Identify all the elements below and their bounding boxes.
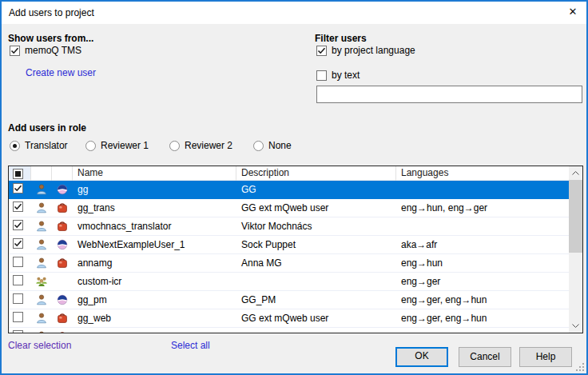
vertical-scrollbar[interactable] (569, 166, 582, 333)
users-table: Name Description Languages gg GG (8, 166, 583, 333)
row-checkbox-cell (9, 238, 31, 251)
globe-icon (56, 238, 69, 251)
briefcase-icon (56, 330, 69, 333)
role-option-none[interactable]: None (253, 140, 292, 151)
user-icon (35, 293, 48, 306)
role-option-reviewer1[interactable]: Reviewer 1 (85, 140, 149, 151)
by-text-label: by text (332, 70, 360, 81)
scrollbar-thumb[interactable] (569, 180, 582, 253)
close-icon[interactable]: ✕ (559, 2, 586, 24)
row-checkbox-cell (9, 330, 31, 333)
add-users-dialog: Add users to project ✕ Show users from..… (0, 0, 588, 375)
scroll-down-icon[interactable] (569, 319, 582, 333)
row-checkbox[interactable] (13, 330, 23, 333)
user-name: gg_pm (73, 294, 236, 305)
row-user-icon-cell (31, 257, 52, 269)
row-user-icon-cell (31, 238, 52, 251)
table-row[interactable]: WebNextExampleUser_1 Sock Puppet aka→afr (9, 236, 569, 254)
select-all-header-cell[interactable] (9, 166, 31, 181)
reviewer1-radio[interactable] (85, 141, 96, 151)
row-user-icon-cell (31, 275, 52, 288)
row-icon2 (56, 275, 69, 288)
user-name: gg_trans (73, 202, 236, 213)
languages-column-header[interactable]: Languages (396, 166, 569, 181)
by-text-checkbox[interactable] (316, 70, 327, 81)
row-user-icon-cell (31, 183, 52, 196)
by-project-language-checkbox[interactable] (316, 46, 327, 56)
show-users-from-label: Show users from... (8, 33, 93, 44)
table-row[interactable]: gg_web GG ext mQweb user eng→ger, eng→hu… (9, 309, 569, 328)
cancel-button[interactable]: Cancel (459, 347, 511, 367)
clear-selection-link[interactable]: Clear selection (8, 340, 71, 351)
resize-grip-icon[interactable] (576, 363, 585, 372)
table-row[interactable]: gg_trans GG ext mQweb user eng→hun, eng→… (9, 199, 569, 217)
row-type-icon-cell (52, 275, 73, 288)
user-name: gg_web (73, 313, 236, 324)
row-checkbox[interactable] (13, 183, 23, 193)
create-new-user-link[interactable]: Create new user (26, 67, 96, 78)
by-text-checkbox-row[interactable]: by text (316, 70, 360, 81)
briefcase-icon (56, 201, 69, 214)
user-icon (35, 330, 48, 333)
user-name: gg (73, 184, 236, 195)
user-name: WebNextExampleUser_1 (73, 239, 236, 250)
row-checkbox[interactable] (13, 275, 23, 285)
table-row[interactable]: ggarai GG_admin eng→ger, eng→hun, eng→sp… (9, 328, 569, 333)
memoq-tms-checkbox[interactable] (10, 46, 20, 56)
user-languages: eng→hun, eng→ger (396, 202, 569, 213)
globe-icon (56, 183, 69, 196)
by-project-language-label: by project language (332, 45, 415, 56)
row-checkbox-cell (9, 293, 31, 306)
user-languages: eng→ger, eng→hun (396, 313, 569, 324)
help-button[interactable]: Help (519, 347, 572, 367)
row-checkbox[interactable] (13, 201, 23, 212)
name-column-header[interactable]: Name (73, 166, 236, 181)
row-checkbox[interactable] (13, 220, 23, 230)
user-description: Viktor Mochnács (236, 221, 396, 232)
row-checkbox[interactable] (13, 238, 23, 249)
user-icon (35, 201, 48, 214)
table-row[interactable]: gg GG (9, 181, 569, 199)
row-checkbox-cell (9, 201, 31, 214)
select-all-link[interactable]: Select all (171, 340, 210, 351)
table-row[interactable]: annamg Anna MG eng→hun (9, 254, 569, 273)
user-icon-column-header[interactable] (31, 166, 52, 181)
user-name: ggarai (73, 331, 236, 333)
table-row[interactable]: gg_pm GG_PM eng→ger, eng→hun (9, 291, 569, 309)
reviewer2-radio[interactable] (169, 141, 180, 151)
translator-radio[interactable] (10, 141, 20, 151)
row-user-icon-cell (31, 312, 52, 325)
by-project-language-checkbox-row[interactable]: by project language (316, 45, 415, 56)
briefcase-icon (56, 312, 69, 325)
users-group-icon (35, 275, 48, 288)
memoq-tms-label: memoQ TMS (25, 45, 81, 56)
row-type-icon-cell (52, 330, 73, 333)
dialog-title: Add users to project (9, 7, 94, 18)
filter-text-input[interactable] (316, 86, 582, 103)
user-icon (35, 220, 48, 233)
briefcase-icon (56, 257, 69, 269)
briefcase-icon (56, 220, 69, 233)
ok-button[interactable]: OK (395, 347, 448, 367)
type-icon-column-header[interactable] (52, 166, 73, 181)
description-column-header[interactable]: Description (236, 166, 396, 181)
none-radio[interactable] (253, 141, 264, 151)
user-description: Anna MG (236, 257, 396, 269)
row-type-icon-cell (52, 220, 73, 233)
role-option-translator[interactable]: Translator (10, 140, 68, 151)
select-all-checkbox[interactable] (13, 169, 23, 179)
row-user-icon-cell (31, 293, 52, 306)
table-row[interactable]: vmochnacs_translator Viktor Mochnács (9, 217, 569, 236)
scroll-up-icon[interactable] (569, 166, 582, 180)
memoq-tms-checkbox-row[interactable]: memoQ TMS (10, 45, 81, 56)
row-checkbox[interactable] (13, 293, 23, 304)
user-icon (35, 183, 48, 196)
role-option-reviewer2[interactable]: Reviewer 2 (169, 140, 232, 151)
user-languages: aka→afr (396, 239, 569, 250)
reviewer1-label: Reviewer 1 (101, 140, 149, 151)
title-bar: Add users to project ✕ (2, 2, 586, 24)
row-checkbox[interactable] (13, 257, 23, 267)
table-row[interactable]: custom-icr eng→ger (9, 273, 569, 291)
row-user-icon-cell (31, 201, 52, 214)
row-checkbox[interactable] (13, 312, 23, 322)
